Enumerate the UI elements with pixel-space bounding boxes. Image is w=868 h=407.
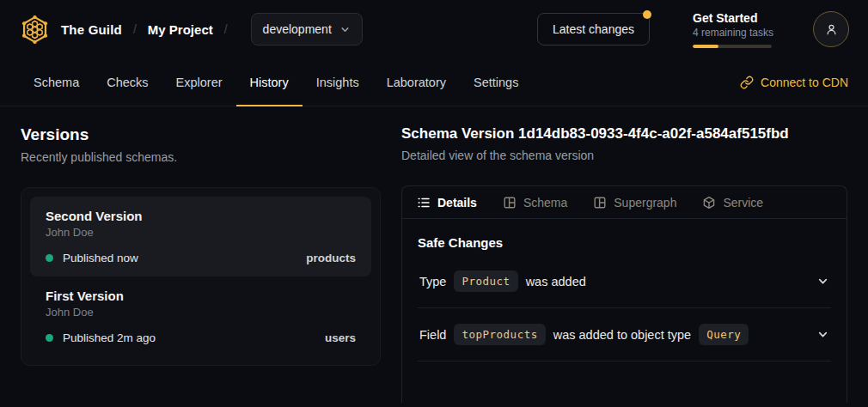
org-name[interactable]: The Guild — [61, 22, 122, 37]
connect-cdn-label: Connect to CDN — [761, 76, 848, 89]
schema-version-detail-box: DetailsSchemaSupergraphService Safe Chan… — [401, 185, 847, 403]
breadcrumb-separator: / — [224, 22, 228, 36]
detail-tabs: DetailsSchemaSupergraphService — [402, 186, 847, 219]
detail-content: Safe Changes TypeProductwas addedFieldto… — [402, 219, 847, 361]
detail-tab-label: Details — [437, 196, 477, 210]
code-badge: Query — [699, 324, 749, 345]
tab-insights[interactable]: Insights — [303, 58, 373, 106]
changes-list: TypeProductwas addedFieldtopProductswas … — [418, 255, 831, 361]
get-started-widget[interactable]: Get Started 4 remaining tasks — [693, 11, 772, 48]
change-text: Field — [419, 328, 446, 342]
detail-tab-label: Service — [723, 196, 763, 210]
version-list: Second VersionJohn DoePublished nowprodu… — [21, 187, 381, 366]
change-row[interactable]: TypeProductwas added — [418, 255, 831, 308]
tab-settings[interactable]: Settings — [460, 58, 532, 106]
tab-laboratory[interactable]: Laboratory — [373, 58, 460, 106]
breadcrumb-project[interactable]: My Project — [148, 22, 213, 37]
published-status-dot — [46, 254, 53, 262]
version-name: First Version — [46, 289, 356, 303]
chevron-down-icon[interactable] — [816, 328, 829, 341]
versions-title: Versions — [21, 125, 381, 144]
change-text: was added — [526, 275, 586, 289]
get-started-title: Get Started — [693, 11, 772, 25]
user-icon — [823, 21, 840, 38]
get-started-progress-fill — [693, 45, 718, 48]
detail-tab-label: Supergraph — [614, 196, 676, 210]
change-text: was added to object type — [553, 328, 691, 342]
version-author: John Doe — [46, 306, 356, 319]
versions-subtitle: Recently published schemas. — [21, 150, 381, 164]
main-nav: SchemaChecksExplorerHistoryInsightsLabor… — [0, 58, 868, 106]
main-content: Versions Recently published schemas. Sec… — [0, 106, 868, 407]
cube-icon — [702, 196, 716, 210]
columns-icon — [503, 196, 517, 210]
tab-schema[interactable]: Schema — [20, 58, 93, 106]
chevron-down-icon — [339, 24, 351, 35]
safe-changes-title: Safe Changes — [418, 235, 831, 250]
versions-panel: Versions Recently published schemas. Sec… — [21, 125, 381, 407]
list-icon — [417, 196, 431, 210]
user-avatar[interactable] — [813, 11, 849, 47]
get-started-subtitle: 4 remaining tasks — [693, 27, 772, 39]
schema-version-title: Schema Version 1d14db83-0933-4f4c-a02f-a… — [401, 125, 847, 143]
target-selector[interactable]: development — [251, 13, 363, 46]
tab-explorer[interactable]: Explorer — [162, 58, 236, 106]
schema-version-panel: Schema Version 1d14db83-0933-4f4c-a02f-a… — [401, 125, 847, 407]
version-author: John Doe — [46, 226, 356, 239]
version-card[interactable]: Second VersionJohn DoePublished nowprodu… — [30, 197, 371, 276]
get-started-progressbar — [693, 45, 772, 48]
published-status-dot — [46, 334, 53, 342]
notification-dot — [643, 10, 651, 19]
columns-icon — [593, 196, 607, 210]
version-name: Second Version — [46, 209, 356, 223]
change-row[interactable]: FieldtopProductswas added to object type… — [418, 308, 831, 361]
breadcrumb-separator: / — [133, 22, 137, 36]
latest-changes-button[interactable]: Latest changes — [537, 13, 650, 46]
version-status-row: Published 2m agousers — [46, 331, 356, 344]
code-badge: topProducts — [454, 324, 545, 345]
link-icon — [740, 76, 754, 89]
change-text: Type — [419, 275, 446, 289]
code-badge: Product — [454, 270, 517, 292]
version-status: Published now — [63, 252, 138, 264]
version-card[interactable]: First VersionJohn DoePublished 2m agouse… — [30, 276, 371, 356]
chevron-down-icon[interactable] — [816, 275, 829, 288]
detail-tab-schema[interactable]: Schema — [503, 196, 567, 210]
detail-tab-service[interactable]: Service — [702, 196, 763, 210]
connect-cdn-link[interactable]: Connect to CDN — [740, 58, 848, 106]
detail-tab-supergraph[interactable]: Supergraph — [593, 196, 676, 210]
version-status-row: Published nowproducts — [46, 252, 356, 264]
detail-tab-details[interactable]: Details — [417, 196, 477, 210]
nav-tabs: SchemaChecksExplorerHistoryInsightsLabor… — [20, 58, 532, 106]
tab-checks[interactable]: Checks — [93, 58, 162, 106]
brand[interactable]: The Guild — [19, 14, 122, 46]
hive-logo-icon — [19, 14, 51, 46]
service-name-badge: products — [306, 252, 356, 264]
target-selected-value: development — [263, 22, 332, 36]
detail-tab-label: Schema — [523, 196, 567, 210]
app-header: The Guild / My Project / development Lat… — [0, 0, 868, 58]
tab-history[interactable]: History — [236, 58, 303, 106]
service-name-badge: users — [325, 331, 356, 344]
schema-version-subtitle: Detailed view of the schema version — [401, 149, 847, 162]
version-status: Published 2m ago — [63, 331, 156, 344]
